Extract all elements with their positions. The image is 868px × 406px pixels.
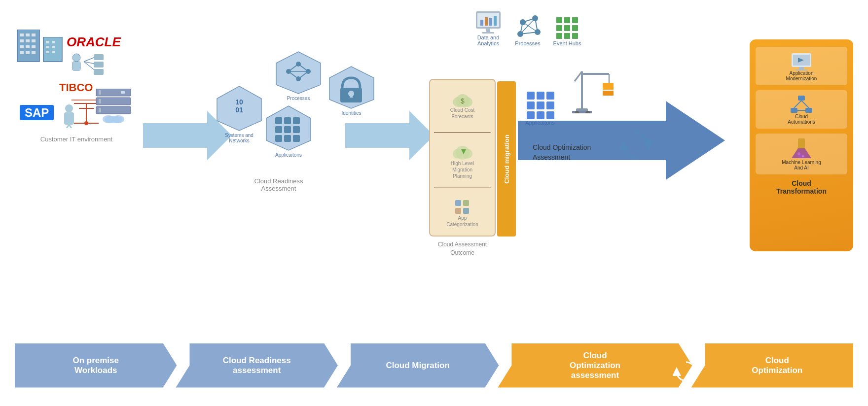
svg-rect-5 bbox=[26, 39, 30, 42]
svg-rect-144 bbox=[798, 96, 805, 101]
svg-rect-37 bbox=[121, 91, 125, 94]
cloud-transformation-section: ApplicationModernization CloudAutomation… bbox=[750, 39, 853, 251]
cloud-automations-label: CloudAutomations bbox=[788, 114, 815, 125]
svg-rect-10 bbox=[20, 51, 24, 54]
svg-rect-28 bbox=[94, 69, 104, 75]
svg-rect-35 bbox=[96, 89, 131, 96]
arrow-assessment bbox=[345, 108, 434, 168]
cloud-optimization-label: Cloud OptimizationAssessment bbox=[533, 143, 591, 162]
app-categorization-label: AppCategorization bbox=[434, 215, 491, 228]
svg-rect-8 bbox=[26, 45, 30, 48]
banner-step-2: Cloud Readinessassessment bbox=[176, 343, 337, 388]
svg-point-21 bbox=[72, 54, 80, 62]
processes-hex: Processes bbox=[271, 49, 326, 101]
cloud-assessment-label: Cloud AssessmentOutcome bbox=[429, 240, 496, 257]
svg-rect-15 bbox=[46, 41, 49, 43]
server-stack-icon bbox=[94, 89, 133, 123]
svg-rect-1 bbox=[20, 34, 24, 36]
svg-line-148 bbox=[801, 101, 809, 108]
processes-label: Processes bbox=[271, 96, 326, 101]
svg-rect-20 bbox=[52, 51, 55, 53]
data-analytics-label: Data andAnalytics bbox=[477, 34, 500, 46]
svg-rect-73 bbox=[293, 126, 300, 133]
svg-line-128 bbox=[575, 71, 582, 81]
svg-rect-96 bbox=[486, 29, 490, 32]
svg-text:10: 10 bbox=[235, 98, 243, 106]
banner-step-1-label: On premiseWorkloads bbox=[63, 356, 129, 375]
svg-rect-93 bbox=[485, 17, 488, 26]
svg-rect-6 bbox=[32, 39, 36, 42]
svg-rect-68 bbox=[275, 117, 282, 124]
svg-rect-4 bbox=[20, 39, 24, 42]
migration-planning-label: High LevelMigrationPlanning bbox=[434, 160, 491, 179]
oracle-logo: ORACLE bbox=[67, 34, 121, 50]
svg-rect-26 bbox=[94, 54, 104, 60]
svg-rect-76 bbox=[293, 135, 300, 142]
svg-rect-46 bbox=[64, 112, 74, 125]
svg-point-83 bbox=[453, 149, 463, 159]
svg-rect-71 bbox=[275, 126, 282, 133]
event-hubs-label: Event Hubs bbox=[553, 40, 581, 46]
svg-line-147 bbox=[794, 101, 801, 108]
svg-rect-11 bbox=[26, 51, 30, 54]
svg-rect-88 bbox=[455, 208, 461, 214]
svg-rect-113 bbox=[572, 25, 578, 31]
svg-point-153 bbox=[797, 152, 800, 155]
svg-rect-97 bbox=[482, 32, 494, 34]
banner-step-2-label: Cloud Readinessassessment bbox=[208, 356, 306, 375]
svg-rect-109 bbox=[564, 17, 570, 23]
svg-rect-38 bbox=[96, 98, 131, 105]
app-categorization-item: AppCategorization bbox=[434, 195, 491, 228]
app-modernization-label: ApplicationModernization bbox=[786, 70, 817, 81]
banner-step-3: Cloud Migration bbox=[337, 343, 499, 388]
systems-label: Systems andNetworks bbox=[212, 133, 266, 143]
person-icon-2 bbox=[59, 103, 79, 128]
building-icon-1 bbox=[15, 30, 42, 64]
building-icon-2 bbox=[42, 37, 64, 64]
svg-rect-94 bbox=[489, 18, 492, 26]
svg-rect-130 bbox=[603, 83, 614, 90]
svg-rect-39 bbox=[99, 99, 101, 103]
assessment-outcome: $ Cloud CostForecasts High LevelMigratio… bbox=[429, 79, 496, 257]
banner-step-5: CloudOptimization bbox=[691, 343, 853, 388]
banner-step-3-label: Cloud Migration bbox=[371, 361, 464, 371]
tibco-logo: TIBCO bbox=[59, 81, 93, 94]
svg-rect-70 bbox=[293, 117, 300, 124]
svg-rect-89 bbox=[463, 208, 469, 214]
bottom-banner: On premiseWorkloads Cloud Readinessasses… bbox=[0, 325, 868, 406]
svg-rect-145 bbox=[791, 108, 797, 113]
banner-step-4: CloudOptimizationassessment bbox=[498, 343, 692, 388]
svg-rect-86 bbox=[455, 200, 461, 206]
svg-rect-66 bbox=[350, 94, 353, 98]
svg-rect-146 bbox=[805, 108, 812, 113]
svg-rect-112 bbox=[564, 25, 570, 31]
cost-forecasts-label: Cloud CostForecasts bbox=[434, 107, 491, 120]
svg-rect-150 bbox=[798, 138, 805, 148]
svg-rect-87 bbox=[463, 200, 469, 206]
circular-arrows-icon bbox=[616, 126, 656, 165]
processes-top-label: Processes bbox=[515, 40, 540, 46]
svg-rect-111 bbox=[556, 25, 562, 31]
svg-rect-36 bbox=[99, 90, 101, 95]
svg-rect-2 bbox=[26, 34, 30, 36]
svg-point-45 bbox=[65, 104, 73, 112]
machine-learning-item: Machine LearningAnd AI bbox=[756, 134, 847, 174]
svg-rect-3 bbox=[32, 34, 36, 36]
svg-rect-16 bbox=[52, 41, 55, 43]
svg-rect-40 bbox=[96, 106, 131, 114]
systems-hex: 10 01 Systems andNetworks bbox=[212, 84, 266, 143]
cloud-automations-item: CloudAutomations bbox=[756, 90, 847, 129]
svg-rect-41 bbox=[99, 108, 101, 112]
event-hubs-icon: Event Hubs bbox=[552, 13, 582, 46]
svg-rect-7 bbox=[20, 45, 24, 48]
svg-rect-19 bbox=[46, 51, 49, 53]
svg-text:01: 01 bbox=[235, 106, 243, 114]
svg-rect-92 bbox=[480, 20, 483, 26]
svg-marker-53 bbox=[276, 52, 321, 94]
svg-rect-72 bbox=[284, 126, 291, 133]
svg-rect-22 bbox=[72, 62, 80, 70]
svg-rect-12 bbox=[32, 51, 36, 54]
processes-top-icon: Processes bbox=[513, 13, 542, 46]
migration-planning-item: High LevelMigrationPlanning bbox=[434, 140, 491, 179]
svg-rect-17 bbox=[46, 46, 49, 48]
